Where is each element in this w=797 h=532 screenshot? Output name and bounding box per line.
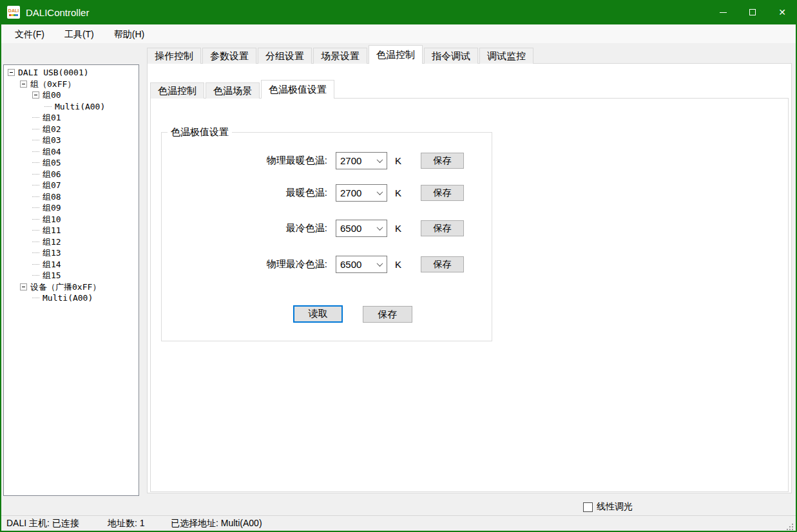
status-selected-address: 已选择地址: Multi(A00)	[171, 516, 262, 531]
sub-tab[interactable]: 色温极值设置	[261, 80, 334, 99]
app-window: DALI DALIController ✕ 文件(F)工具(T)帮助(H) DA…	[0, 0, 797, 532]
tree-node[interactable]: 组05	[4, 157, 139, 169]
form-row: 最暖色温:2700K保存	[162, 184, 492, 202]
collapse-toggle-icon[interactable]	[32, 91, 39, 99]
menu-item[interactable]: 工具(T)	[57, 25, 101, 43]
collapse-toggle-icon[interactable]	[20, 283, 27, 290]
value-combobox[interactable]: 6500	[336, 220, 387, 237]
value-combobox[interactable]: 2700	[336, 184, 387, 202]
menu-bar: 文件(F)工具(T)帮助(H)	[1, 24, 796, 44]
main-tab[interactable]: 场景设置	[313, 48, 367, 64]
main-tab[interactable]: 操作控制	[147, 48, 201, 64]
minimize-button[interactable]	[708, 0, 738, 24]
tree-connector	[32, 129, 39, 129]
tree-node-label: 组11	[43, 225, 61, 236]
tree-node-label: 组05	[43, 157, 61, 168]
combobox-value: 6500	[336, 223, 372, 234]
tree-node[interactable]: 组11	[4, 225, 139, 236]
tree-node[interactable]: 组15	[4, 270, 139, 281]
form-row: 物理最暖色温:2700K保存	[162, 152, 492, 169]
device-tree[interactable]: DALI USB(0001)组（0xFF）组00Multi(A00)组01组02…	[3, 64, 139, 496]
tree-node-label: DALI USB(0001)	[18, 67, 89, 78]
chevron-glyph	[376, 157, 383, 163]
tree-node-label: 组08	[43, 191, 61, 202]
tree-node[interactable]: 组04	[4, 146, 139, 158]
tree-connector	[32, 230, 39, 231]
main-tab[interactable]: 色温控制	[369, 45, 423, 64]
tree-node[interactable]: 组09	[4, 202, 139, 214]
read-button[interactable]: 读取	[293, 305, 343, 323]
collapse-toggle-icon[interactable]	[20, 81, 27, 88]
title-bar: DALI DALIController ✕	[0, 0, 797, 24]
tree-node[interactable]: 设备（广播0xFF）	[4, 281, 139, 293]
tree-node[interactable]: 组00	[4, 90, 139, 101]
form-row: 物理最冷色温:6500K保存	[162, 256, 492, 273]
combobox-value: 6500	[336, 259, 372, 270]
sub-tab[interactable]: 色温控制	[150, 82, 204, 99]
unit-label: K	[395, 155, 404, 166]
status-host-connection: DALI 主机: 已连接	[6, 516, 79, 531]
linear-dimming-checkbox[interactable]	[583, 502, 593, 512]
tree-node[interactable]: 组01	[4, 112, 139, 124]
tree-node[interactable]: 组（0xFF）	[4, 79, 139, 90]
main-tab-strip: 操作控制参数设置分组设置场景设置色温控制指令调试调试监控	[147, 45, 535, 64]
tree-node-label: Multi(A00)	[55, 101, 105, 112]
tree-node-label: 组14	[43, 259, 61, 270]
tree-connector	[32, 264, 39, 265]
save-button[interactable]: 保存	[421, 256, 464, 272]
save-button[interactable]: 保存	[421, 153, 464, 169]
value-combobox[interactable]: 2700	[336, 152, 387, 169]
tree-node[interactable]: Multi(A00)	[4, 101, 139, 113]
tree-node[interactable]: 组03	[4, 135, 139, 146]
chevron-down-icon	[372, 256, 387, 272]
chevron-glyph	[376, 189, 383, 195]
status-address-count: 地址数: 1	[108, 516, 145, 531]
tree-node[interactable]: 组08	[4, 191, 139, 203]
close-icon: ✕	[778, 8, 786, 17]
status-bar: DALI 主机: 已连接 地址数: 1 已选择地址: Multi(A00)	[1, 515, 796, 531]
save-all-button[interactable]: 保存	[363, 306, 412, 323]
tree-connector	[32, 298, 39, 298]
resize-grip-icon[interactable]	[792, 524, 793, 525]
tree-node-label: 组07	[43, 180, 61, 191]
tree-node[interactable]: DALI USB(0001)	[4, 67, 139, 79]
linear-dimming-label: 线性调光	[597, 501, 633, 513]
main-tab[interactable]: 分组设置	[258, 48, 312, 64]
combobox-value: 2700	[336, 187, 372, 198]
chevron-down-icon	[372, 185, 387, 201]
chevron-glyph	[376, 260, 383, 267]
tree-node-label: 组15	[43, 270, 61, 281]
sub-tab[interactable]: 色温场景	[206, 82, 260, 99]
main-tab[interactable]: 指令调试	[424, 48, 478, 64]
chevron-down-icon	[372, 220, 387, 236]
linear-dimming-option: 线性调光	[583, 501, 633, 513]
close-button[interactable]: ✕	[767, 0, 797, 24]
value-combobox[interactable]: 6500	[336, 256, 387, 273]
tree-node[interactable]: 组12	[4, 236, 139, 248]
save-button[interactable]: 保存	[421, 185, 464, 201]
field-label: 最冷色温:	[162, 222, 327, 234]
tree-node-label: 组09	[43, 202, 61, 213]
save-button[interactable]: 保存	[421, 220, 464, 236]
tree-connector	[32, 151, 39, 152]
tree-node-label: 组13	[43, 247, 61, 258]
tree-connector	[32, 174, 39, 175]
tree-node[interactable]: 组07	[4, 180, 139, 191]
sub-tab-strip: 色温控制色温场景色温极值设置	[150, 80, 336, 99]
main-tab[interactable]: 调试监控	[479, 48, 533, 64]
window-title: DALIController	[26, 7, 708, 18]
tree-node[interactable]: 组13	[4, 247, 139, 259]
unit-label: K	[395, 259, 404, 270]
menu-item[interactable]: 帮助(H)	[107, 25, 151, 43]
menu-item[interactable]: 文件(F)	[8, 25, 52, 43]
tree-node-label: 组00	[43, 90, 61, 100]
main-tab[interactable]: 参数设置	[202, 48, 256, 64]
tree-node[interactable]: 组06	[4, 169, 139, 180]
app-icon: DALI	[7, 6, 20, 19]
maximize-button[interactable]	[738, 0, 767, 24]
tree-node[interactable]: Multi(A00)	[4, 292, 139, 304]
tree-node[interactable]: 组14	[4, 259, 139, 271]
collapse-toggle-icon[interactable]	[8, 69, 15, 76]
tree-node[interactable]: 组02	[4, 124, 139, 135]
tree-node[interactable]: 组10	[4, 214, 139, 225]
